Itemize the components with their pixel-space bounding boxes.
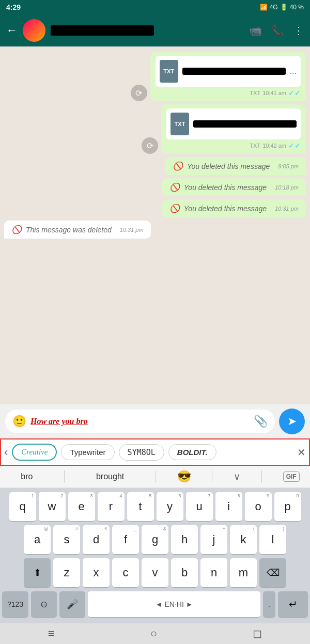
nav-home-icon[interactable]: ○ [150,627,157,640]
key-r[interactable]: 4r [98,492,125,521]
message-row: 🚫 This message was deleted 10:31 pm [4,221,306,239]
gif-button[interactable]: GIF [283,472,300,482]
backspace-key[interactable]: ⌫ [259,558,286,587]
forward-icon[interactable]: ⟳ [142,137,158,154]
key-p[interactable]: 0p [274,492,301,521]
keyboard-row-4: ?123 ☺ 🎤 ◄ EN·HI ► . ↵ [2,591,308,617]
message-time: TXT 10:42 am ✓✓ [166,142,301,150]
symbols-key[interactable]: ?123 [2,591,28,617]
chat-area: ⟳ TXT ... TXT 10:41 am ✓✓ ⟳ TXT TXT 10:4 [0,46,310,404]
read-receipt: ✓✓ [288,89,301,97]
key-y[interactable]: 6y [157,492,183,521]
key-v[interactable]: v [142,558,168,587]
keyboard-row-1: 1q 2w 3e 4r 5t 6y 7u 8i 9o 0p [2,492,308,521]
period-key[interactable]: . [263,591,275,617]
deleted-icon: 🚫 [173,161,183,171]
font-chip-creative[interactable]: Creative [12,444,57,461]
key-e[interactable]: 3e [68,492,95,521]
message-input-text[interactable]: How are you bro [30,417,250,426]
font-chip-boldit[interactable]: BOLDIT. [168,444,216,460]
font-picker-scroll-left[interactable]: ‹ [4,446,8,459]
key-w[interactable]: 2w [39,492,66,521]
emoji-keyboard-key[interactable]: ☺ [31,591,57,617]
deleted-icon: 🚫 [169,203,180,213]
suggestion-word-bro[interactable]: bro [10,470,43,483]
key-f[interactable]: _f [112,525,139,554]
message-time: 10:18 pm [275,184,299,191]
forward-icon[interactable]: ⟳ [131,85,147,101]
deleted-icon: 🚫 [11,225,22,234]
nav-back-icon[interactable]: ◻ [253,627,262,640]
message-row: ⟳ TXT TXT 10:42 am ✓✓ [4,104,306,154]
suggestion-word-brought[interactable]: brought [86,470,134,483]
deleted-message-bubble: 🚫 You deleted this message 9:05 pm [165,157,306,175]
font-chip-symbol[interactable]: SYM8OL [119,444,164,461]
battery-level: 40 % [290,4,304,11]
emoji-button[interactable]: 🙂 [12,415,26,428]
message-row: 🚫 You deleted this message 9:05 pm [4,157,306,175]
suggestion-divider [212,470,212,483]
key-j[interactable]: +j [200,525,227,554]
input-area: 🙂 How are you bro 📎 ➤ [0,404,310,438]
suggestion-expand-icon[interactable]: ∨ [234,471,240,482]
suggestion-divider [261,470,262,483]
status-icons: 📶 4G 🔋 40 % [260,4,304,11]
key-d[interactable]: ₹d [83,525,110,554]
battery-icon: 🔋 [280,4,288,11]
key-g[interactable]: &g [142,525,168,554]
key-z[interactable]: z [53,558,80,587]
nav-menu-icon[interactable]: ≡ [48,627,55,640]
read-receipt: ✓✓ [288,142,301,150]
enter-key[interactable]: ↵ [278,591,308,617]
attach-button[interactable]: 📎 [254,415,268,428]
file-bubble-sent: TXT ... TXT 10:41 am ✓✓ [150,52,306,101]
send-icon: ➤ [287,415,297,428]
file-bubble-sent: TXT TXT 10:42 am ✓✓ [161,104,306,154]
key-a[interactable]: @a [24,525,51,554]
message-time: 9:05 pm [278,163,299,169]
key-q[interactable]: 1q [9,492,36,521]
key-x[interactable]: x [83,558,110,587]
shift-key[interactable]: ⬆ [24,558,51,587]
voice-call-icon[interactable]: 📞 [271,24,284,37]
more-options-icon[interactable]: ⋮ [293,24,304,37]
key-k[interactable]: (k [230,525,257,554]
deleted-text: You deleted this message [187,162,270,170]
key-m[interactable]: m [230,558,257,587]
send-button[interactable]: ➤ [279,409,305,434]
video-call-icon[interactable]: 📹 [249,24,262,37]
keyboard-row-2: @a #s ₹d _f &g -h +j (k )l [2,525,308,554]
key-l[interactable]: )l [259,525,286,554]
key-b[interactable]: b [171,558,198,587]
message-row: 🚫 You deleted this message 10:18 pm [4,178,306,196]
file-label: TXT [250,90,260,96]
avatar[interactable] [23,19,45,42]
message-row: 🚫 You deleted this message 10:31 pm [4,199,306,217]
font-picker-close-button[interactable]: ✕ [297,446,306,459]
suggestion-divider [156,470,156,483]
deleted-message-bubble: 🚫 You deleted this message 10:18 pm [162,178,306,196]
mic-key[interactable]: 🎤 [59,591,85,617]
suggestion-emoji[interactable]: 😎 [177,470,191,483]
message-input-box[interactable]: 🙂 How are you bro 📎 [5,410,275,433]
key-u[interactable]: 7u [186,492,213,521]
key-o[interactable]: 9o [245,492,272,521]
message-time: TXT 10:41 am ✓✓ [156,89,301,97]
key-t[interactable]: 5t [127,492,154,521]
space-key[interactable]: ◄ EN·HI ► [88,591,260,617]
file-label: TXT [250,143,260,149]
file-name-redacted [182,68,286,75]
key-c[interactable]: c [112,558,139,587]
key-s[interactable]: #s [53,525,80,554]
key-h[interactable]: -h [171,525,198,554]
suggestion-divider [64,470,65,483]
deleted-icon: 🚫 [169,182,180,192]
key-n[interactable]: n [200,558,227,587]
back-button[interactable]: ← [6,24,18,37]
font-chip-typewriter[interactable]: Typewriter [61,444,114,460]
font-picker-row: ‹ Creative Typewriter SYM8OL BOLDIT. ✕ [0,438,310,466]
bottom-navigation: ≡ ○ ◻ [0,623,310,644]
file-name-redacted [193,120,297,128]
key-i[interactable]: 8i [215,492,242,521]
time-text: 10:42 am [262,143,286,149]
